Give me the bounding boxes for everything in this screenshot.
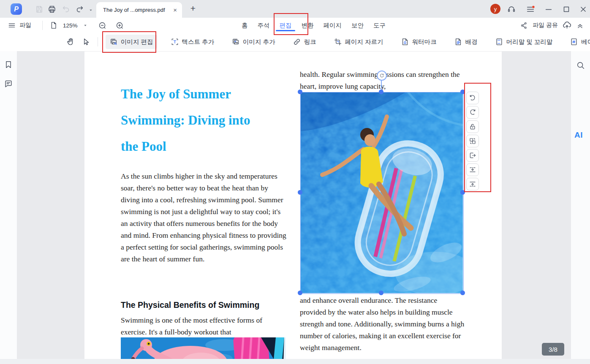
unlock-button[interactable] bbox=[466, 120, 479, 133]
rotate-left-icon bbox=[469, 94, 476, 102]
add-image-icon bbox=[231, 38, 240, 46]
section-heading: The Physical Benefits of Swimming bbox=[121, 300, 286, 310]
zoom-out-icon[interactable] bbox=[98, 21, 107, 30]
bring-to-front-button[interactable] bbox=[466, 178, 479, 190]
collapse-toolbar-icon[interactable] bbox=[576, 22, 584, 30]
extract-icon bbox=[469, 152, 476, 159]
left-sidebar bbox=[0, 51, 17, 364]
comment-panel-icon[interactable] bbox=[4, 79, 13, 88]
rotate-left-button[interactable] bbox=[466, 92, 479, 104]
ai-assistant-button[interactable]: AI bbox=[574, 130, 583, 140]
tab-close-icon[interactable]: × bbox=[172, 6, 178, 14]
add-text-button[interactable]: 텍스트 추가 bbox=[167, 35, 218, 49]
tab-security[interactable]: 보안 bbox=[351, 18, 364, 33]
link-label: 링크 bbox=[304, 38, 316, 46]
selection-handle-s[interactable] bbox=[379, 291, 383, 295]
tab-edit[interactable]: 편집 bbox=[280, 18, 292, 33]
selection-handle-se[interactable] bbox=[460, 291, 465, 295]
app-logo-icon[interactable]: P bbox=[11, 3, 22, 15]
tab-home[interactable]: 홈 bbox=[242, 18, 248, 33]
save-icon[interactable] bbox=[35, 5, 44, 14]
select-tool-button[interactable] bbox=[79, 36, 94, 48]
file-share-label[interactable]: 파일 공유 bbox=[533, 22, 558, 29]
pdf-page[interactable]: The Joy of Summer Swimming: Diving into … bbox=[84, 52, 502, 364]
minimize-icon[interactable] bbox=[544, 5, 553, 14]
close-window-icon[interactable] bbox=[579, 5, 588, 14]
zoom-in-icon[interactable] bbox=[115, 21, 124, 30]
tab-convert[interactable]: 변환 bbox=[302, 18, 314, 33]
background-label: 배경 bbox=[465, 38, 478, 46]
maximize-icon[interactable] bbox=[562, 5, 571, 14]
header-footer-button[interactable]: 머리말 및 꼬리말 bbox=[491, 35, 557, 49]
header-footer-icon bbox=[495, 38, 503, 46]
cursor-icon bbox=[82, 38, 91, 46]
image-edit-label: 이미지 편집 bbox=[121, 38, 153, 46]
document-tab[interactable]: The Joy of ...ompress.pdf × bbox=[96, 2, 182, 18]
send-to-back-button[interactable] bbox=[466, 163, 479, 176]
cloud-upload-icon[interactable] bbox=[562, 21, 572, 30]
history-caret-icon[interactable] bbox=[86, 5, 95, 15]
bookmark-icon[interactable] bbox=[4, 60, 13, 69]
watermark-label: 워터마크 bbox=[412, 38, 437, 46]
rotate-handle-stem bbox=[381, 79, 382, 90]
hand-tool-button[interactable] bbox=[63, 35, 79, 48]
bates-number-icon bbox=[570, 38, 578, 46]
background-button[interactable]: 배경 bbox=[450, 35, 481, 49]
right-sidebar: AI bbox=[571, 51, 590, 364]
document-tab-title: The Joy of ...ompress.pdf bbox=[103, 7, 172, 13]
search-icon[interactable] bbox=[576, 61, 585, 70]
page-view-icon[interactable] bbox=[49, 21, 58, 30]
support-headset-icon[interactable] bbox=[507, 5, 516, 14]
watermark-button[interactable]: 워터마크 bbox=[397, 35, 440, 49]
link-button[interactable]: 링크 bbox=[289, 35, 320, 49]
selection-handle-nw[interactable] bbox=[298, 90, 302, 94]
header-footer-label: 머리말 및 꼬리말 bbox=[506, 38, 553, 46]
selection-handle-w[interactable] bbox=[298, 190, 302, 195]
selection-handle-e[interactable] bbox=[460, 190, 465, 195]
image-context-toolbar bbox=[466, 92, 479, 190]
image-edit-button[interactable]: 이미지 편집 bbox=[106, 35, 157, 49]
add-text-icon bbox=[171, 38, 179, 46]
crop-page-label: 페이지 자르기 bbox=[345, 38, 383, 46]
user-avatar[interactable]: y bbox=[490, 4, 500, 14]
window-titlebar: P The Joy of ...ompress.pdf × + y bbox=[0, 0, 590, 18]
rotate-handle[interactable] bbox=[377, 71, 387, 81]
tab-comment[interactable]: 주석 bbox=[258, 18, 270, 33]
print-icon[interactable] bbox=[47, 5, 57, 14]
intro-paragraph: As the sun climbs higher in the sky and … bbox=[121, 170, 288, 265]
crop-page-button[interactable]: 페이지 자르기 bbox=[330, 35, 387, 49]
zoom-level-value[interactable]: 125% bbox=[63, 22, 78, 29]
file-menu-label[interactable]: 파일 bbox=[19, 22, 31, 29]
right-bottom-paragraph: and enhance overall endurance. The resis… bbox=[300, 294, 465, 353]
replace-icon bbox=[469, 137, 476, 145]
pdf-editor-window: P The Joy of ...ompress.pdf × + y bbox=[0, 0, 590, 364]
extract-image-button[interactable] bbox=[466, 149, 479, 162]
selection-handle-sw[interactable] bbox=[298, 291, 302, 295]
rotate-glyph-icon bbox=[379, 73, 384, 78]
undo-icon[interactable] bbox=[61, 5, 71, 14]
link-icon bbox=[293, 38, 301, 46]
watermark-icon bbox=[401, 38, 409, 46]
divider bbox=[98, 37, 98, 46]
pool-image[interactable] bbox=[300, 92, 463, 293]
zoom-caret-icon[interactable] bbox=[82, 22, 89, 29]
share-icon[interactable] bbox=[520, 22, 528, 30]
section-paragraph: Swimming is one of the most effective fo… bbox=[121, 314, 288, 338]
main-menu-icon[interactable] bbox=[526, 5, 535, 14]
tab-page[interactable]: 페이지 bbox=[324, 18, 342, 33]
background-icon bbox=[454, 38, 462, 46]
horizontal-scrollbar-track[interactable] bbox=[0, 359, 590, 364]
replace-image-button[interactable] bbox=[466, 135, 479, 147]
new-tab-button[interactable]: + bbox=[188, 3, 198, 14]
view-toolbar: 파일 125% 홈 주석 편집 변환 페이지 보안 도구 bbox=[0, 18, 590, 33]
rotate-right-button[interactable] bbox=[466, 106, 479, 119]
bates-number-button[interactable]: 베이츠 번호 bbox=[566, 35, 590, 49]
selection-handle-ne[interactable] bbox=[460, 90, 465, 94]
send-to-back-icon bbox=[469, 166, 476, 174]
crop-page-icon bbox=[334, 38, 342, 46]
file-menu-icon[interactable] bbox=[8, 21, 16, 30]
add-image-button[interactable]: 이미지 추가 bbox=[228, 35, 279, 49]
tab-tools[interactable]: 도구 bbox=[373, 18, 386, 33]
redo-icon[interactable] bbox=[75, 5, 84, 14]
selection-handle-n[interactable] bbox=[379, 90, 383, 94]
